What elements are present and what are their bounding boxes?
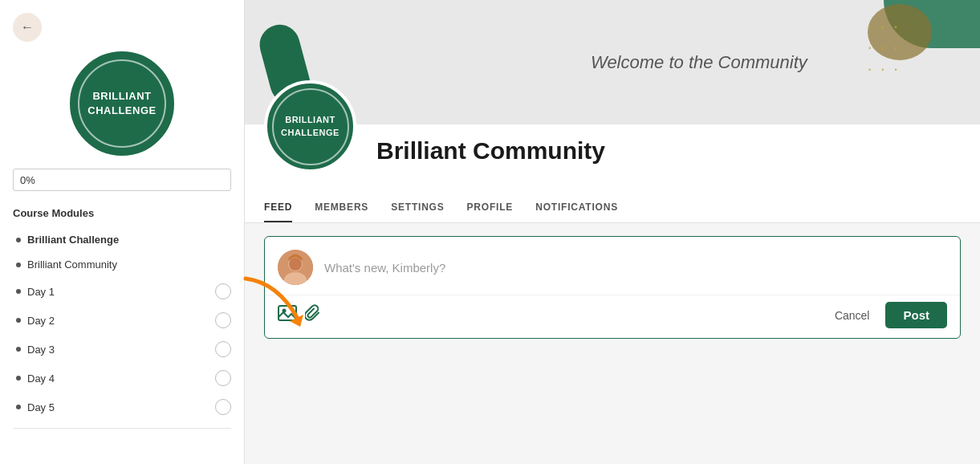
sidebar: ← BRILLIANTCHALLENGE 0% Course Modules B…	[0, 0, 245, 464]
post-placeholder[interactable]: What's new, Kimberly?	[324, 261, 445, 275]
sidebar-logo-inner: BRILLIANTCHALLENGE	[78, 59, 166, 148]
bullet-icon	[16, 405, 21, 409]
list-item[interactable]: Day 1	[0, 277, 244, 306]
community-logo-overlap: BRILLIANTCHALLENGE	[264, 80, 356, 173]
community-title-row: Brilliant Community	[264, 124, 961, 165]
tab-settings[interactable]: SETTINGS	[391, 201, 444, 222]
post-buttons: Cancel Post	[827, 302, 947, 328]
module-name: Day 1	[27, 286, 55, 298]
list-item[interactable]: Day 2	[0, 306, 244, 335]
tab-profile[interactable]: PROFILE	[467, 201, 514, 222]
svg-point-3	[289, 258, 302, 271]
sidebar-logo-container: BRILLIANTCHALLENGE	[0, 51, 244, 156]
module-name: Brilliant Community	[27, 258, 117, 271]
completion-circle	[215, 312, 231, 328]
post-input-row: What's new, Kimberly?	[265, 237, 960, 295]
course-modules-title: Course Modules	[0, 207, 244, 227]
community-logo-text: BRILLIANTCHALLENGE	[281, 114, 340, 139]
list-item[interactable]: Day 3	[0, 335, 244, 364]
hero-banner: · · ·· · ·· · · Welcome to the Community	[245, 0, 980, 124]
progress-label: 0%	[20, 174, 35, 186]
sidebar-divider	[13, 428, 231, 429]
progress-bar: 0%	[13, 169, 231, 191]
post-button[interactable]: Post	[885, 302, 947, 328]
completion-circle	[215, 399, 231, 415]
sidebar-logo-circle: BRILLIANTCHALLENGE	[70, 51, 174, 156]
list-item[interactable]: Brilliant Challenge	[0, 227, 244, 252]
bullet-icon	[16, 347, 21, 352]
hero-welcome-text: Welcome to the Community	[591, 52, 807, 73]
tabs-row: FEED MEMBERS SETTINGS PROFILE NOTIFICATI…	[245, 189, 980, 223]
post-actions-row: Cancel Post	[265, 295, 960, 338]
module-name: Brilliant Challenge	[27, 234, 119, 246]
main-content: · · ·· · ·· · · Welcome to the Community…	[245, 0, 980, 464]
bullet-icon	[16, 376, 21, 381]
bullet-icon	[16, 238, 21, 242]
community-logo-inner: BRILLIANTCHALLENGE	[272, 88, 349, 165]
tab-feed[interactable]: FEED	[264, 201, 292, 222]
module-list: Brilliant Challenge Brilliant Community …	[0, 227, 244, 421]
completion-circle	[215, 283, 231, 299]
bullet-icon	[16, 263, 21, 267]
list-item[interactable]: Brilliant Community	[0, 252, 244, 277]
module-name: Day 4	[27, 372, 55, 385]
image-icon[interactable]	[278, 304, 297, 326]
user-avatar	[278, 250, 313, 285]
completion-circle	[215, 341, 231, 357]
bullet-icon	[16, 289, 21, 294]
svg-rect-4	[279, 306, 296, 320]
sidebar-logo-text: BRILLIANTCHALLENGE	[87, 89, 156, 118]
back-button[interactable]: ←	[13, 13, 42, 42]
module-name: Day 2	[27, 315, 55, 327]
community-title: Brilliant Community	[376, 137, 605, 165]
paperclip-icon[interactable]	[305, 304, 321, 326]
cancel-button[interactable]: Cancel	[827, 304, 878, 327]
module-name: Day 5	[27, 401, 55, 413]
completion-circle	[215, 370, 231, 386]
list-item[interactable]: Day 5	[0, 393, 244, 421]
tab-members[interactable]: MEMBERS	[315, 201, 368, 222]
module-name: Day 3	[27, 344, 55, 356]
list-item[interactable]: Day 4	[0, 364, 244, 393]
bullet-icon	[16, 318, 21, 323]
hero-decoration-dots: · · ·· · ·· · ·	[867, 16, 900, 79]
community-header: BRILLIANTCHALLENGE Brilliant Community	[245, 124, 980, 189]
tab-notifications[interactable]: NOTIFICATIONS	[535, 201, 618, 222]
post-area: What's new, Kimberly? Cancel Post	[264, 236, 961, 339]
avatar-svg	[278, 250, 313, 285]
